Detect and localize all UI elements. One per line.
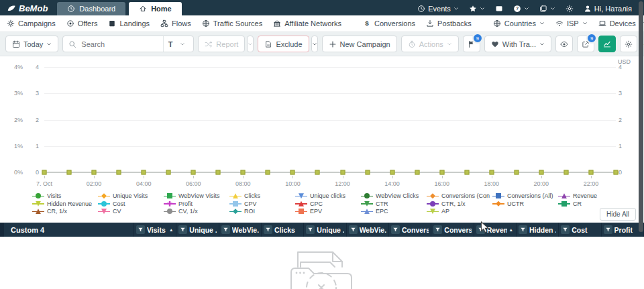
column-header-unique[interactable]: Unique ... bbox=[304, 223, 346, 237]
filter-funnel-button[interactable] bbox=[391, 225, 400, 234]
favorites-menu[interactable] bbox=[469, 5, 485, 13]
nav-item-landings[interactable]: Landings bbox=[108, 19, 150, 27]
date-range-button[interactable]: Today bbox=[5, 36, 58, 52]
report-button[interactable]: Report bbox=[198, 36, 245, 52]
column-header-clicks[interactable]: Clicks bbox=[262, 223, 304, 237]
nav-item-affiliate-networks[interactable]: Affiliate Networks bbox=[273, 19, 341, 27]
nav-item-isp[interactable]: ISP bbox=[555, 19, 588, 27]
column-header-profit[interactable]: Profit bbox=[602, 223, 644, 237]
legend-item-roi[interactable]: ROI bbox=[229, 208, 292, 215]
help-menu[interactable]: ? bbox=[513, 5, 529, 13]
column-header-convers[interactable]: Convers... bbox=[389, 223, 431, 237]
column-header-webvie[interactable]: WebVie... bbox=[219, 223, 262, 237]
legend-item-hidden-revenue[interactable]: Hidden Revenue bbox=[32, 200, 95, 208]
column-header-cost[interactable]: Cost bbox=[559, 223, 601, 237]
flag-filter-button[interactable]: 9 bbox=[463, 36, 480, 52]
column-header-webvie[interactable]: WebVie... bbox=[347, 223, 389, 237]
search-type-dropdown[interactable]: T bbox=[163, 36, 194, 52]
filter-funnel-button[interactable] bbox=[306, 225, 315, 234]
legend-item-cpv[interactable]: CPV bbox=[229, 200, 292, 208]
exclude-dropdown-button[interactable] bbox=[311, 36, 318, 52]
nav-item-postbacks[interactable]: Postbacks bbox=[426, 19, 472, 27]
nav-item-campaigns[interactable]: Campaigns bbox=[7, 19, 56, 27]
shuffle-icon bbox=[205, 40, 213, 48]
legend-label: Visits bbox=[47, 192, 61, 199]
actions-button[interactable]: Actions bbox=[401, 36, 459, 52]
legend-item-ctr[interactable]: CTR bbox=[361, 200, 424, 208]
legend-item-unique-visits[interactable]: Unique Visits bbox=[98, 192, 161, 200]
vertical-scrollbar[interactable] bbox=[639, 1, 643, 232]
filter-funnel-button[interactable] bbox=[178, 225, 187, 234]
column-header-visits[interactable]: Visits▲ bbox=[134, 223, 176, 237]
data-point-marker bbox=[191, 170, 196, 175]
traffic-filter-dropdown[interactable]: With Tra... bbox=[484, 36, 551, 52]
legend-item-webview-visits[interactable]: WebView Visits bbox=[164, 192, 227, 200]
nav-item-countries[interactable]: Countries bbox=[493, 19, 545, 27]
legend-item-epv[interactable]: EPV bbox=[295, 208, 358, 215]
report-table-header: Custom 4 Visits▲Unique ...WebVie...Click… bbox=[0, 223, 644, 237]
chat-button[interactable] bbox=[495, 5, 503, 13]
events-menu[interactable]: Events bbox=[417, 5, 459, 13]
legend-item-conversions-confirmed[interactable]: Conversions (Confirmed) bbox=[427, 192, 490, 200]
legend-label: CV bbox=[113, 208, 121, 215]
globe-icon bbox=[493, 19, 501, 27]
star-icon bbox=[469, 5, 477, 13]
filter-funnel-button[interactable] bbox=[264, 225, 272, 234]
nav-item-label: Campaigns bbox=[18, 19, 56, 27]
funnel-icon bbox=[478, 227, 484, 233]
legend-item-ap[interactable]: AP bbox=[427, 208, 490, 215]
legend-item-clicks[interactable]: Clicks bbox=[229, 192, 292, 200]
column-header-hidden[interactable]: Hidden ... bbox=[517, 223, 559, 237]
visibility-button[interactable] bbox=[555, 36, 573, 52]
legend-item-cost[interactable]: Cost bbox=[98, 200, 161, 208]
filter-funnel-button[interactable] bbox=[604, 225, 612, 234]
chart-toggle-button[interactable] bbox=[598, 36, 616, 52]
filter-funnel-button[interactable] bbox=[433, 225, 442, 234]
chevron-down-icon bbox=[539, 42, 545, 47]
column-header-convers[interactable]: Convers... bbox=[431, 223, 474, 237]
legend-item-cv[interactable]: CV bbox=[98, 208, 161, 215]
exclude-button[interactable]: Exclude bbox=[258, 36, 309, 52]
legend-item-uctr[interactable]: UCTR bbox=[492, 200, 555, 208]
cards-icon bbox=[539, 5, 547, 13]
filter-funnel-button[interactable] bbox=[561, 225, 570, 234]
legend-item-conversions-all[interactable]: Conversions (All) bbox=[492, 192, 555, 200]
settings-button[interactable] bbox=[566, 5, 574, 13]
chat-icon bbox=[495, 5, 503, 13]
billing-menu[interactable] bbox=[539, 5, 555, 13]
new-campaign-button[interactable]: New Campaign bbox=[322, 36, 397, 52]
tab-home[interactable]: Home bbox=[129, 2, 182, 15]
legend-item-cr-1-x[interactable]: CR, 1/x bbox=[32, 208, 95, 215]
filter-funnel-button[interactable] bbox=[519, 225, 527, 234]
user-menu[interactable]: Hi, Наталія bbox=[584, 5, 632, 13]
legend-item-cpc[interactable]: CPC bbox=[295, 200, 358, 208]
nav-item-offers[interactable]: Offers bbox=[66, 19, 98, 27]
legend-item-cr[interactable]: CR bbox=[558, 200, 621, 208]
legend-item-profit[interactable]: Profit bbox=[164, 200, 227, 208]
tab-dashboard[interactable]: Dashboard bbox=[57, 2, 125, 15]
nav-item-traffic-sources[interactable]: Traffic Sources bbox=[202, 19, 262, 27]
column-header-custom-4[interactable]: Custom 4 bbox=[4, 223, 134, 237]
filter-funnel-button[interactable] bbox=[136, 225, 145, 234]
nav-item-conversions[interactable]: $Conversions bbox=[363, 19, 415, 27]
search-input[interactable] bbox=[80, 40, 162, 49]
legend-item-revenue[interactable]: Revenue bbox=[558, 192, 621, 200]
legend-item-unique-clicks[interactable]: Unique clicks bbox=[295, 192, 358, 200]
filter-funnel-button[interactable] bbox=[476, 225, 485, 234]
share-button[interactable]: 9 bbox=[577, 36, 594, 52]
column-header-unique[interactable]: Unique ... bbox=[176, 223, 219, 237]
legend-item-visits[interactable]: Visits bbox=[32, 192, 95, 200]
legend-item-webview-clicks[interactable]: WebView Clicks bbox=[361, 192, 424, 200]
column-header-revenue[interactable]: Revenue▲ bbox=[474, 223, 517, 237]
nav-item-devices[interactable]: Devices bbox=[598, 19, 644, 27]
columns-settings-button[interactable] bbox=[620, 36, 637, 52]
legend-item-cv-1-x[interactable]: CV, 1/x bbox=[164, 208, 227, 215]
hide-all-button[interactable]: Hide All bbox=[600, 208, 636, 221]
legend-item-epc[interactable]: EPC bbox=[361, 208, 424, 215]
report-dropdown-button[interactable] bbox=[247, 36, 254, 52]
filter-funnel-button[interactable] bbox=[221, 225, 230, 234]
filter-funnel-button[interactable] bbox=[349, 225, 358, 234]
nav-item-flows[interactable]: Flows bbox=[160, 19, 191, 27]
legend-item-ctr-1-x[interactable]: CTR, 1/x bbox=[427, 200, 490, 208]
bemob-logo[interactable]: BeMob bbox=[0, 3, 57, 15]
